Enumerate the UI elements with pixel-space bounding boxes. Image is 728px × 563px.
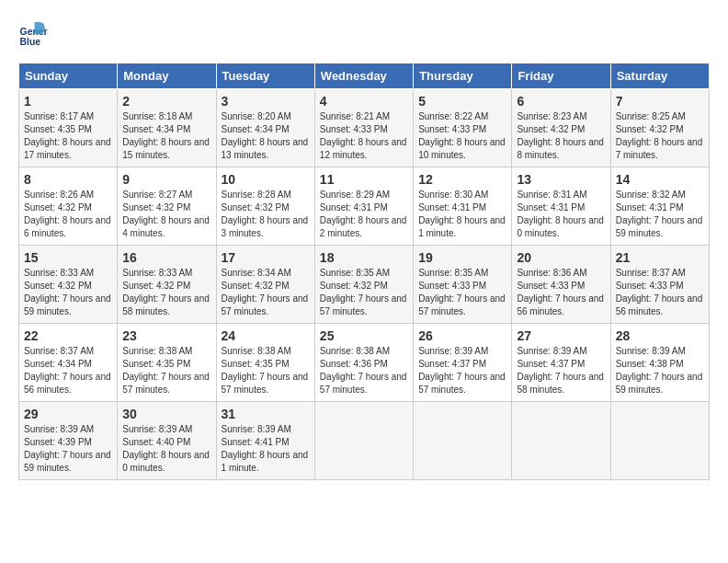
day-info: Sunrise: 8:23 AM Sunset: 4:32 PM Dayligh… — [517, 110, 605, 162]
calendar-cell: 9 Sunrise: 8:27 AM Sunset: 4:32 PM Dayli… — [118, 167, 216, 246]
calendar-cell — [414, 402, 512, 480]
daylight-label: Daylight: 7 hours and 58 minutes. — [122, 293, 210, 316]
calendar-week-row: 1 Sunrise: 8:17 AM Sunset: 4:35 PM Dayli… — [19, 89, 710, 167]
svg-text:Blue: Blue — [20, 37, 41, 47]
day-number: 17 — [222, 250, 310, 265]
sunrise-label: Sunrise: 8:23 AM — [517, 111, 586, 121]
sunrise-label: Sunrise: 8:18 AM — [122, 111, 192, 121]
sunrise-label: Sunrise: 8:37 AM — [24, 346, 94, 356]
day-number: 8 — [24, 172, 112, 187]
day-number: 26 — [418, 328, 506, 343]
daylight-label: Daylight: 8 hours and 8 minutes. — [517, 137, 604, 160]
daylight-label: Daylight: 7 hours and 59 minutes. — [24, 450, 111, 473]
sunset-label: Sunset: 4:32 PM — [517, 124, 585, 134]
sunrise-label: Sunrise: 8:39 AM — [222, 424, 291, 434]
day-number: 9 — [122, 172, 210, 187]
sunrise-label: Sunrise: 8:20 AM — [222, 111, 291, 121]
day-info: Sunrise: 8:38 AM Sunset: 4:35 PM Dayligh… — [222, 345, 310, 396]
calendar-cell — [512, 402, 610, 480]
sunrise-label: Sunrise: 8:38 AM — [122, 346, 192, 356]
sunset-label: Sunset: 4:32 PM — [24, 281, 92, 291]
calendar-cell: 11 Sunrise: 8:29 AM Sunset: 4:31 PM Dayl… — [314, 167, 413, 246]
sunrise-label: Sunrise: 8:26 AM — [24, 190, 94, 200]
calendar-week-row: 29 Sunrise: 8:39 AM Sunset: 4:39 PM Dayl… — [19, 402, 710, 480]
calendar-cell: 31 Sunrise: 8:39 AM Sunset: 4:41 PM Dayl… — [216, 402, 314, 480]
day-number: 10 — [222, 172, 310, 187]
day-info: Sunrise: 8:25 AM Sunset: 4:32 PM Dayligh… — [616, 110, 704, 162]
day-info: Sunrise: 8:21 AM Sunset: 4:33 PM Dayligh… — [320, 110, 408, 162]
day-info: Sunrise: 8:17 AM Sunset: 4:35 PM Dayligh… — [24, 110, 112, 162]
day-number: 11 — [320, 172, 408, 187]
sunrise-label: Sunrise: 8:28 AM — [222, 190, 291, 200]
day-number: 27 — [517, 328, 605, 343]
sunset-label: Sunset: 4:32 PM — [320, 281, 388, 291]
sunrise-label: Sunrise: 8:29 AM — [320, 190, 390, 200]
sunrise-label: Sunrise: 8:33 AM — [24, 268, 94, 278]
sunset-label: Sunset: 4:32 PM — [616, 124, 684, 134]
day-number: 22 — [24, 328, 112, 343]
day-number: 21 — [616, 250, 704, 265]
daylight-label: Daylight: 8 hours and 0 minutes. — [517, 215, 604, 238]
calendar-week-row: 15 Sunrise: 8:33 AM Sunset: 4:32 PM Dayl… — [19, 246, 710, 324]
daylight-label: Daylight: 7 hours and 56 minutes. — [24, 372, 111, 395]
day-info: Sunrise: 8:32 AM Sunset: 4:31 PM Dayligh… — [616, 189, 704, 240]
day-number: 28 — [616, 328, 704, 343]
daylight-label: Daylight: 7 hours and 56 minutes. — [616, 293, 703, 316]
sunrise-label: Sunrise: 8:33 AM — [122, 268, 192, 278]
calendar-week-row: 8 Sunrise: 8:26 AM Sunset: 4:32 PM Dayli… — [19, 167, 710, 246]
daylight-label: Daylight: 7 hours and 59 minutes. — [616, 372, 703, 395]
daylight-label: Daylight: 7 hours and 57 minutes. — [222, 293, 309, 316]
day-number: 15 — [24, 250, 112, 265]
sunset-label: Sunset: 4:33 PM — [320, 124, 388, 134]
column-header-saturday: Saturday — [610, 63, 709, 89]
day-number: 24 — [222, 328, 310, 343]
calendar-cell: 2 Sunrise: 8:18 AM Sunset: 4:34 PM Dayli… — [118, 89, 216, 167]
sunset-label: Sunset: 4:34 PM — [122, 124, 190, 134]
sunset-label: Sunset: 4:32 PM — [122, 202, 190, 213]
day-number: 20 — [517, 250, 605, 265]
calendar-cell: 3 Sunrise: 8:20 AM Sunset: 4:34 PM Dayli… — [216, 89, 314, 167]
sunset-label: Sunset: 4:31 PM — [418, 202, 486, 213]
sunrise-label: Sunrise: 8:35 AM — [418, 268, 488, 278]
sunrise-label: Sunrise: 8:31 AM — [517, 190, 586, 200]
calendar-table: SundayMondayTuesdayWednesdayThursdayFrid… — [18, 63, 710, 480]
calendar-cell: 5 Sunrise: 8:22 AM Sunset: 4:33 PM Dayli… — [414, 89, 512, 167]
day-info: Sunrise: 8:35 AM Sunset: 4:33 PM Dayligh… — [418, 267, 506, 318]
sunrise-label: Sunrise: 8:21 AM — [320, 111, 390, 121]
sunset-label: Sunset: 4:31 PM — [517, 202, 585, 213]
sunset-label: Sunset: 4:35 PM — [122, 359, 190, 369]
daylight-label: Daylight: 8 hours and 7 minutes. — [616, 137, 703, 160]
sunrise-label: Sunrise: 8:27 AM — [122, 190, 192, 200]
daylight-label: Daylight: 7 hours and 56 minutes. — [517, 293, 604, 316]
sunrise-label: Sunrise: 8:38 AM — [320, 346, 390, 356]
calendar-cell: 4 Sunrise: 8:21 AM Sunset: 4:33 PM Dayli… — [314, 89, 413, 167]
daylight-label: Daylight: 8 hours and 10 minutes. — [418, 137, 506, 160]
sunset-label: Sunset: 4:41 PM — [222, 437, 290, 447]
column-header-monday: Monday — [118, 63, 216, 89]
calendar-cell: 7 Sunrise: 8:25 AM Sunset: 4:32 PM Dayli… — [610, 89, 709, 167]
calendar-cell: 26 Sunrise: 8:39 AM Sunset: 4:37 PM Dayl… — [414, 324, 512, 402]
day-info: Sunrise: 8:36 AM Sunset: 4:33 PM Dayligh… — [517, 267, 605, 318]
day-number: 25 — [320, 328, 408, 343]
sunset-label: Sunset: 4:32 PM — [222, 281, 290, 291]
day-info: Sunrise: 8:33 AM Sunset: 4:32 PM Dayligh… — [122, 267, 210, 318]
sunset-label: Sunset: 4:32 PM — [122, 281, 190, 291]
calendar-cell: 13 Sunrise: 8:31 AM Sunset: 4:31 PM Dayl… — [512, 167, 610, 246]
daylight-label: Daylight: 8 hours and 3 minutes. — [222, 215, 309, 238]
calendar-cell — [314, 402, 413, 480]
sunset-label: Sunset: 4:38 PM — [616, 359, 684, 369]
sunset-label: Sunset: 4:36 PM — [320, 359, 388, 369]
calendar-header-row: SundayMondayTuesdayWednesdayThursdayFrid… — [19, 63, 710, 89]
day-number: 29 — [24, 407, 112, 421]
sunrise-label: Sunrise: 8:39 AM — [616, 346, 686, 356]
daylight-label: Daylight: 8 hours and 13 minutes. — [222, 137, 309, 160]
sunrise-label: Sunrise: 8:39 AM — [122, 424, 192, 434]
daylight-label: Daylight: 7 hours and 57 minutes. — [122, 372, 210, 395]
calendar-cell: 25 Sunrise: 8:38 AM Sunset: 4:36 PM Dayl… — [314, 324, 413, 402]
day-number: 30 — [122, 407, 210, 421]
sunset-label: Sunset: 4:34 PM — [24, 359, 92, 369]
day-info: Sunrise: 8:39 AM Sunset: 4:40 PM Dayligh… — [122, 423, 210, 475]
day-info: Sunrise: 8:22 AM Sunset: 4:33 PM Dayligh… — [418, 110, 506, 162]
daylight-label: Daylight: 7 hours and 59 minutes. — [24, 293, 111, 316]
day-info: Sunrise: 8:29 AM Sunset: 4:31 PM Dayligh… — [320, 189, 408, 240]
